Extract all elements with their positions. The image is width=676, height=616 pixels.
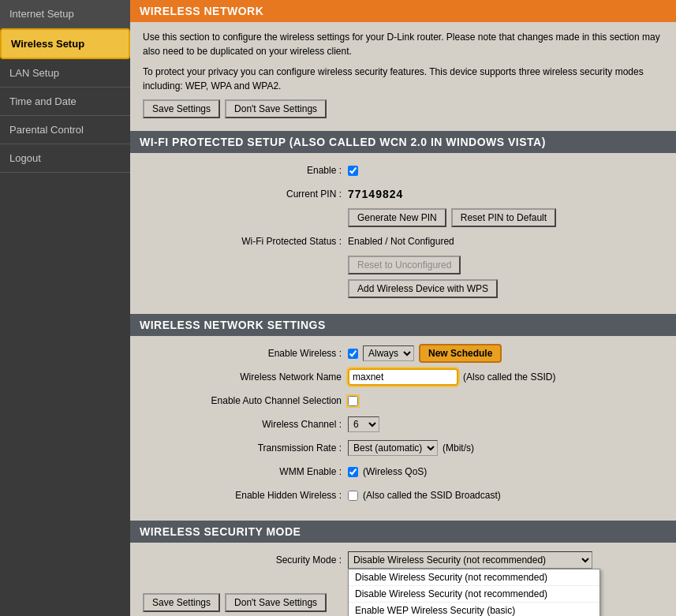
hidden-desc: (Also called the SSID Broadcast)	[363, 490, 501, 501]
sidebar-item-wireless[interactable]: Wireless Setup	[0, 28, 130, 59]
enable-wireless-row: Enable Wireless : Always Never New Sched…	[143, 344, 663, 363]
sidebar-item-internet[interactable]: Internet Setup	[0, 0, 130, 28]
new-schedule-btn[interactable]: New Schedule	[419, 344, 502, 363]
tx-rate-label: Transmission Rate :	[143, 442, 348, 454]
auto-channel-row: Enable Auto Channel Selection	[143, 391, 663, 410]
tx-rate-select[interactable]: Best (automatic) 1 Mbps2 Mbps5.5 Mbps 11…	[348, 440, 438, 456]
network-name-row: Wireless Network Name (Also called the S…	[143, 368, 663, 386]
wireless-network-buttons: Save Settings Don't Save Settings	[143, 99, 663, 118]
ssid-desc: (Also called the SSID)	[463, 371, 555, 383]
wireless-network-content: Use this section to configure the wirele…	[130, 22, 676, 131]
security-dropdown-list: Disable Wireless Security (not recommend…	[348, 569, 600, 616]
wireless-settings-content: Enable Wireless : Always Never New Sched…	[130, 336, 676, 521]
wmm-desc: (Wireless QoS)	[363, 466, 427, 477]
description-1: Use this section to configure the wirele…	[143, 30, 663, 58]
wireless-network-header: WIRELESS NETWORK	[130, 0, 676, 22]
security-mode-dropdown[interactable]: Disable Wireless Security (not recommend…	[348, 551, 592, 569]
wps-add-device-row: Add Wireless Device with WPS	[143, 279, 663, 298]
wmm-checkbox[interactable]	[348, 467, 358, 477]
reset-unconfigured-btn[interactable]: Reset to Unconfigured	[348, 256, 461, 274]
dont-save-settings-bottom[interactable]: Don't Save Settings	[225, 593, 327, 612]
sidebar-item-lan[interactable]: LAN Setup	[0, 59, 130, 88]
wps-pin-row: Current PIN : 77149824	[143, 185, 663, 203]
main-content: WIRELESS NETWORK Use this section to con…	[130, 0, 676, 616]
ssid-input[interactable]	[348, 368, 458, 386]
dont-save-settings-top[interactable]: Don't Save Settings	[225, 99, 327, 118]
hidden-row: Enable Hidden Wireless : (Also called th…	[143, 486, 663, 505]
dropdown-opt-disable1[interactable]: Disable Wireless Security (not recommend…	[349, 569, 599, 586]
wps-pin-value: 77149824	[348, 188, 663, 200]
security-mode-label: Security Mode :	[143, 554, 348, 566]
schedule-select[interactable]: Always Never	[363, 345, 414, 361]
tx-rate-unit: (Mbit/s)	[443, 442, 474, 454]
save-settings-top[interactable]: Save Settings	[143, 99, 220, 118]
tx-rate-row: Transmission Rate : Best (automatic) 1 M…	[143, 439, 663, 457]
channel-row: Wireless Channel : 1234 5678 91011	[143, 415, 663, 434]
wps-enable-checkbox[interactable]	[348, 166, 358, 176]
wps-content: Enable : Current PIN : 77149824 Generate…	[130, 153, 676, 314]
wps-enable-value	[348, 166, 663, 176]
dropdown-opt-wep[interactable]: Enable WEP Wireless Security (basic)	[349, 603, 599, 616]
generate-pin-btn[interactable]: Generate New PIN	[348, 208, 446, 227]
wmm-label: WMM Enable :	[143, 466, 348, 477]
wps-enable-row: Enable :	[143, 161, 663, 180]
sidebar-item-time[interactable]: Time and Date	[0, 88, 130, 116]
hidden-label: Enable Hidden Wireless :	[143, 490, 348, 501]
enable-wireless-checkbox[interactable]	[348, 349, 358, 359]
hidden-checkbox[interactable]	[348, 491, 358, 501]
channel-label: Wireless Channel :	[143, 419, 348, 430]
wps-enable-label: Enable :	[143, 165, 348, 176]
wps-status-label: Wi-Fi Protected Status :	[143, 236, 348, 247]
add-wireless-device-btn[interactable]: Add Wireless Device with WPS	[348, 279, 498, 298]
security-mode-row: Security Mode : Disable Wireless Securit…	[143, 551, 663, 569]
enable-wireless-label: Enable Wireless :	[143, 348, 348, 359]
reset-pin-btn[interactable]: Reset PIN to Default	[451, 208, 556, 227]
wmm-row: WMM Enable : (Wireless QoS)	[143, 462, 663, 481]
security-header: WIRELESS SECURITY MODE	[130, 521, 676, 543]
save-settings-bottom[interactable]: Save Settings	[143, 593, 220, 612]
security-content: Security Mode : Disable Wireless Securit…	[130, 543, 676, 585]
security-mode-select[interactable]: Disable Wireless Security (not recommend…	[348, 551, 592, 569]
wps-pin-buttons-row: Generate New PIN Reset PIN to Default	[143, 208, 663, 227]
wps-reset-row: Reset to Unconfigured	[143, 256, 663, 274]
dropdown-opt-disable2[interactable]: Disable Wireless Security (not recommend…	[349, 586, 599, 603]
auto-channel-checkbox[interactable]	[348, 396, 358, 406]
auto-channel-label: Enable Auto Channel Selection	[143, 395, 348, 406]
wireless-settings-header: WIRELESS NETWORK SETTINGS	[130, 314, 676, 336]
sidebar: Internet Setup Wireless Setup LAN Setup …	[0, 0, 130, 616]
channel-select[interactable]: 1234 5678 91011	[348, 416, 379, 432]
sidebar-item-parental[interactable]: Parental Control	[0, 116, 130, 144]
network-name-label: Wireless Network Name	[143, 371, 348, 383]
wps-pin-label: Current PIN :	[143, 189, 348, 200]
current-pin: 77149824	[348, 188, 403, 200]
wps-status-value: Enabled / Not Configured	[348, 236, 454, 247]
wps-header: WI-FI PROTECTED SETUP (ALSO CALLED WCN 2…	[130, 131, 676, 153]
description-2: To protect your privacy you can configur…	[143, 65, 663, 93]
wps-status-row: Wi-Fi Protected Status : Enabled / Not C…	[143, 232, 663, 251]
sidebar-item-logout[interactable]: Logout	[0, 144, 130, 173]
